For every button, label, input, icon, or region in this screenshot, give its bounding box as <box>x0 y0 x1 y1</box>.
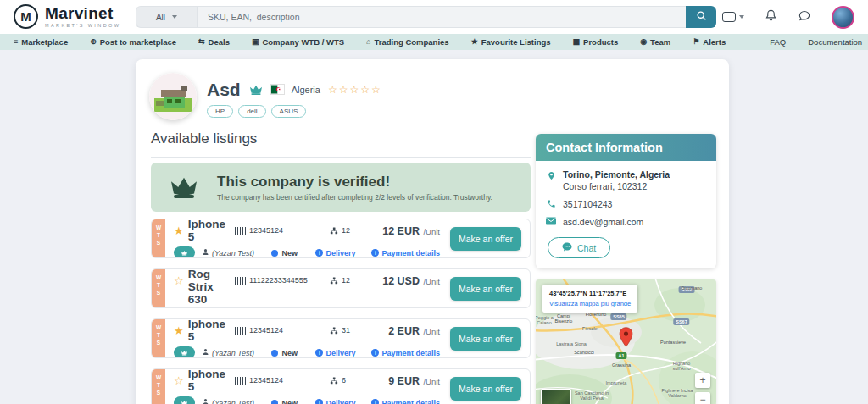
map-zoom-in-button[interactable]: + <box>695 373 710 388</box>
info-icon <box>371 349 379 357</box>
people-icon: ◉ <box>640 38 647 46</box>
listing-name[interactable]: Iphone 5 <box>188 219 235 243</box>
listing-name[interactable]: Iphone 5 <box>188 318 235 343</box>
make-offer-button[interactable]: Make an offer <box>450 327 521 351</box>
contact-phone[interactable]: 3517104243 <box>563 199 612 209</box>
messages-button[interactable] <box>798 9 811 25</box>
nav-label: Alerts <box>703 37 726 47</box>
make-offer-button[interactable]: Make an offer <box>450 377 521 401</box>
make-offer-button[interactable]: Make an offer <box>450 227 521 251</box>
main-nav: ≡Marketplace ⊕Post to marketplace ⇆Deals… <box>0 34 868 50</box>
verified-seller-badge <box>174 246 195 258</box>
favourite-star-icon[interactable]: ★ <box>174 325 184 336</box>
user-avatar[interactable] <box>832 6 854 29</box>
map-label: Poggio a Caiano <box>536 315 556 324</box>
listing-type-badge: WTS <box>152 319 165 357</box>
listing-condition: New <box>281 349 298 357</box>
favourite-star-icon[interactable]: ☆ <box>174 375 184 386</box>
handshake-icon: ⇆ <box>198 38 205 46</box>
listing-unit: /Unit <box>423 277 440 286</box>
contact-card-title: Contact Information <box>536 134 716 161</box>
payment-details-link[interactable]: Payment details <box>371 249 440 257</box>
contact-email[interactable]: asd.dev@gmail.com <box>563 217 643 227</box>
brand-logo[interactable]: M Marvinet MARKET'S WINDOW <box>14 4 120 29</box>
info-icon <box>315 349 323 357</box>
nav-alerts[interactable]: ⚑Alerts <box>693 37 726 47</box>
satellite-view-thumbnail[interactable] <box>541 389 571 404</box>
condition-dot-icon <box>271 350 278 357</box>
chevron-down-icon <box>739 15 744 19</box>
contact-address-line1: Torino, Piemonte, Algeria <box>563 169 670 180</box>
barcode-icon <box>235 227 246 235</box>
listing-qty: 6 <box>342 376 346 385</box>
location-map[interactable]: SS65 SS67 A1 S302 Dicomano Campi Bisenzi… <box>536 279 716 404</box>
building-icon: ⌂ <box>366 38 370 46</box>
listing-name[interactable]: Asus Rog Strix 630 <box>188 268 235 306</box>
info-icon <box>315 249 323 257</box>
payment-label: Payment details <box>381 349 440 357</box>
listing-row: WTS ★ Iphone 5 12345124 12 12 EUR /Unit … <box>151 219 531 258</box>
nav-deals[interactable]: ⇆Deals <box>198 37 230 47</box>
window-menu-button[interactable] <box>722 12 744 22</box>
grid-icon: ▦ <box>573 38 581 46</box>
nav-company-wtb-wts[interactable]: ▣Company WTB / WTS <box>252 37 344 47</box>
map-label: Fiesole <box>582 326 598 331</box>
nav-trading-companies[interactable]: ⌂Trading Companies <box>366 37 449 47</box>
payment-details-link[interactable]: Payment details <box>371 349 440 357</box>
search-input[interactable] <box>197 6 686 28</box>
delivery-link[interactable]: Delivery <box>315 249 371 257</box>
person-icon <box>202 248 209 257</box>
globe-icon: ⊕ <box>90 38 97 46</box>
nav-faq[interactable]: FAQ <box>770 37 786 47</box>
nav-team[interactable]: ◉Team <box>640 37 670 47</box>
verified-crown-icon <box>248 84 264 96</box>
road-badge: SS65 <box>610 313 626 320</box>
search-button[interactable] <box>686 6 716 28</box>
make-offer-button[interactable]: Make an offer <box>450 277 521 301</box>
nav-label: Marketplace <box>21 37 68 47</box>
map-pin-icon <box>619 327 633 351</box>
nav-favourite-listings[interactable]: ★Favourite Listings <box>471 37 551 47</box>
listing-name[interactable]: Iphone 5 <box>188 368 235 393</box>
map-label: Lastra a Signa <box>556 341 587 346</box>
nav-marketplace[interactable]: ≡Marketplace <box>14 37 68 47</box>
units-icon <box>330 373 338 388</box>
condition-dot-icon <box>271 250 278 257</box>
payment-label: Payment details <box>381 399 440 404</box>
tag-pill[interactable]: dell <box>238 105 265 118</box>
barcode-icon <box>235 327 246 335</box>
brand-tagline: MARKET'S WINDOW <box>45 23 120 28</box>
nav-products[interactable]: ▦Products <box>573 37 619 47</box>
top-header: M Marvinet MARKET'S WINDOW All <box>0 0 868 34</box>
chat-button-label: Chat <box>577 243 596 253</box>
payment-details-link[interactable]: Payment details <box>371 399 440 404</box>
list-icon: ≡ <box>14 38 18 46</box>
units-icon <box>330 323 338 338</box>
delivery-link[interactable]: Delivery <box>315 349 371 357</box>
road-badge: A1 <box>615 352 626 359</box>
chat-button[interactable]: Chat <box>548 237 610 258</box>
listing-sku: 11122233344555 <box>249 276 308 285</box>
favourite-star-icon[interactable]: ★ <box>174 225 184 236</box>
map-zoom-out-button[interactable]: − <box>695 392 710 404</box>
map-label: Grassina <box>612 362 631 368</box>
tag-pill[interactable]: HP <box>207 105 233 118</box>
person-icon <box>202 398 209 404</box>
phone-icon <box>546 199 556 208</box>
nav-post-to-marketplace[interactable]: ⊕Post to marketplace <box>90 37 176 47</box>
delivery-link[interactable]: Delivery <box>315 399 371 404</box>
search-category-select[interactable]: All <box>136 6 197 28</box>
listing-sku: 12345124 <box>249 226 283 235</box>
listing-type-badge: WTS <box>152 219 165 257</box>
notifications-button[interactable] <box>765 8 777 25</box>
listing-seller: (Yazan Test) <box>212 399 254 404</box>
favourite-star-icon[interactable]: ☆ <box>174 275 184 286</box>
nav-documentation[interactable]: Documentation <box>808 37 862 47</box>
company-country: Algeria <box>292 85 320 95</box>
map-coordinates: 43°45'25.7"N 11°17'25.7"E <box>549 290 631 297</box>
tag-pill[interactable]: ASUS <box>271 105 307 118</box>
listings-list: WTS ★ Iphone 5 12345124 12 12 EUR /Unit … <box>151 219 531 404</box>
map-label: Impruneta <box>606 380 627 385</box>
company-rating-stars[interactable]: ☆☆☆☆☆ <box>328 84 382 96</box>
map-enlarge-link[interactable]: Visualizza mappa più grande <box>549 300 631 307</box>
